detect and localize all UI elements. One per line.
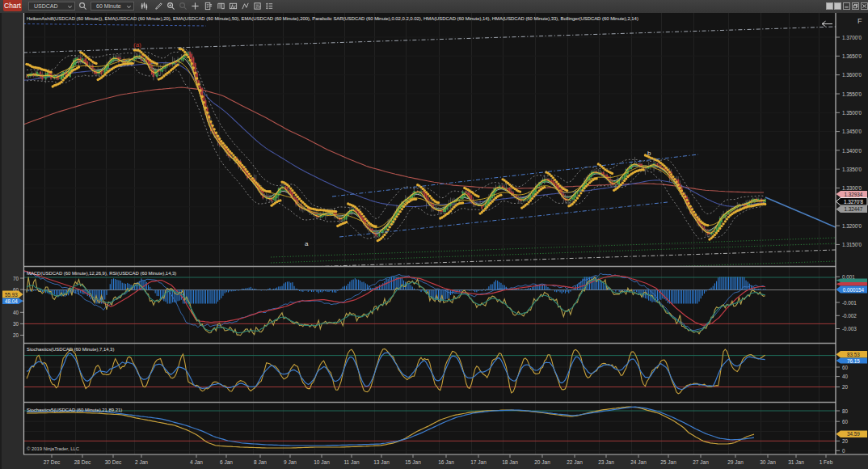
svg-text:20: 20: [842, 438, 849, 444]
svg-text:31 Jan: 31 Jan: [788, 459, 804, 465]
svg-text:Stochastics5(USDCAD (60 Minute: Stochastics5(USDCAD (60 Minute),21,89,21…: [27, 408, 122, 412]
svg-text:17 Jan: 17 Jan: [470, 459, 487, 465]
svg-text:40: 40: [842, 374, 849, 379]
svg-text:60: 60: [842, 419, 849, 425]
svg-text:0: 0: [842, 448, 845, 454]
svg-text:24 Jan: 24 Jan: [630, 459, 647, 465]
svg-text:2 Jan: 2 Jan: [135, 459, 148, 465]
svg-text:1.3270'8: 1.3270'8: [844, 199, 863, 205]
svg-text:1.3350'0: 1.3350'0: [842, 167, 862, 172]
svg-text:1.32447: 1.32447: [845, 206, 863, 212]
svg-text:30 Jan: 30 Jan: [760, 459, 776, 465]
svg-text:27 Dec: 27 Dec: [44, 459, 61, 465]
svg-text:1.3600'0: 1.3600'0: [842, 72, 862, 78]
svg-text:20 Jan: 20 Jan: [534, 459, 550, 465]
svg-text:b: b: [647, 150, 651, 157]
svg-text:-0.003: -0.003: [842, 326, 857, 332]
svg-text:F: F: [857, 17, 862, 25]
svg-text:1.3650'0: 1.3650'0: [842, 53, 862, 59]
svg-text:0.000154: 0.000154: [843, 287, 865, 293]
svg-text:30 Dec: 30 Dec: [105, 459, 122, 465]
svg-text:(a): (a): [133, 41, 141, 49]
svg-text:MACD(USDCAD (60 Minute),12,26,: MACD(USDCAD (60 Minute),12,26,9), RSI(US…: [27, 271, 176, 276]
svg-text:16 Jan: 16 Jan: [438, 459, 454, 465]
svg-text:27 Jan: 27 Jan: [693, 459, 709, 465]
svg-text:70: 70: [13, 276, 19, 281]
svg-text:60: 60: [842, 365, 849, 370]
svg-text:20: 20: [13, 332, 19, 338]
svg-text:9 Jan: 9 Jan: [284, 459, 297, 465]
svg-text:1.3300'0: 1.3300'0: [842, 185, 862, 191]
svg-text:© 2019 NinjaTrader, LLC: © 2019 NinjaTrader, LLC: [27, 446, 80, 451]
svg-text:83.53: 83.53: [847, 352, 860, 357]
svg-text:1.3450'0: 1.3450'0: [842, 129, 862, 134]
svg-text:4 Jan: 4 Jan: [190, 459, 203, 465]
svg-text:48.04: 48.04: [5, 298, 18, 304]
svg-text:30: 30: [13, 321, 19, 327]
svg-text:1.32934: 1.32934: [845, 192, 863, 197]
svg-text:6 Jan: 6 Jan: [220, 459, 233, 465]
svg-text:20: 20: [842, 384, 849, 390]
svg-text:23 Jan: 23 Jan: [598, 459, 614, 465]
svg-text:1.3550'0: 1.3550'0: [842, 91, 862, 97]
svg-text:13 Jan: 13 Jan: [373, 459, 390, 465]
svg-text:1.3400'0: 1.3400'0: [842, 148, 862, 154]
svg-text:HeikenAshi8(USDCAD (60 Minute): HeikenAshi8(USDCAD (60 Minute)), EMA(USD…: [27, 16, 638, 21]
svg-text:80: 80: [842, 408, 849, 414]
svg-text:8 Jan: 8 Jan: [254, 459, 267, 465]
svg-text:29 Jan: 29 Jan: [727, 459, 744, 465]
svg-text:1.3700'0: 1.3700'0: [842, 35, 862, 40]
svg-text:28 Dec: 28 Dec: [74, 459, 91, 465]
svg-text:22 Jan: 22 Jan: [567, 459, 583, 465]
svg-text:1.3500'0: 1.3500'0: [842, 110, 862, 116]
svg-text:15 Jan: 15 Jan: [405, 459, 421, 465]
svg-text:-0.002: -0.002: [842, 313, 857, 319]
svg-text:1.3200'0: 1.3200'0: [842, 223, 862, 229]
svg-text:11 Jan: 11 Jan: [343, 459, 359, 465]
svg-text:1 Feb: 1 Feb: [820, 459, 833, 465]
svg-text:25 Jan: 25 Jan: [660, 459, 676, 465]
svg-text:Stochastics(USDCAD (60 Minute): Stochastics(USDCAD (60 Minute),7,14,3): [27, 347, 114, 352]
svg-text:55.93: 55.93: [5, 292, 18, 298]
svg-text:40: 40: [13, 310, 19, 315]
svg-text:a: a: [305, 240, 309, 247]
svg-text:18 Jan: 18 Jan: [502, 459, 518, 465]
svg-text:76.15: 76.15: [847, 358, 860, 364]
svg-text:10 Jan: 10 Jan: [314, 459, 330, 465]
svg-text:-0.001: -0.001: [842, 300, 857, 306]
svg-text:34.59: 34.59: [847, 431, 860, 437]
svg-text:1.3150'0: 1.3150'0: [842, 242, 862, 247]
